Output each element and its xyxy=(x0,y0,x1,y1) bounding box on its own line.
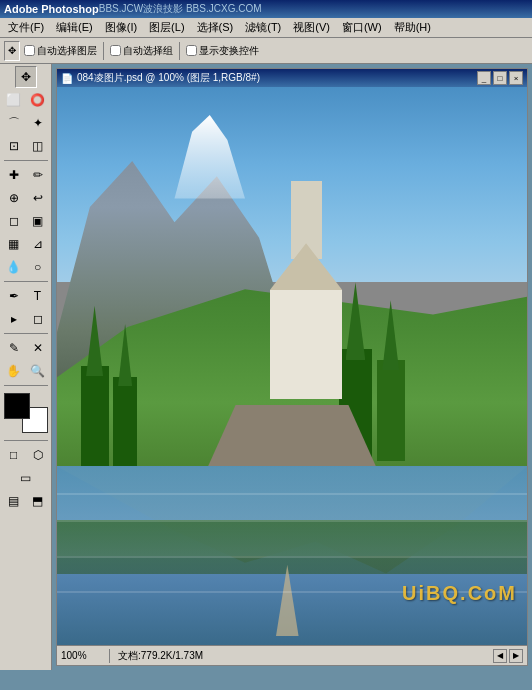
doc-maximize-btn[interactable]: □ xyxy=(493,71,507,85)
clone-tool[interactable]: ⊕ xyxy=(3,187,25,209)
menu-layer[interactable]: 图层(L) xyxy=(143,18,190,37)
prev-btn[interactable]: ◀ xyxy=(493,649,507,663)
tool-row-6: ⊕ ↩ xyxy=(3,187,49,209)
show-transform-group: 显示变换控件 xyxy=(186,44,259,58)
menu-view[interactable]: 视图(V) xyxy=(287,18,336,37)
doc-icon: 📄 xyxy=(61,73,73,84)
menu-filter[interactable]: 滤镜(T) xyxy=(239,18,287,37)
tree-4 xyxy=(377,360,405,460)
tree-1 xyxy=(81,366,109,466)
menu-help[interactable]: 帮助(H) xyxy=(388,18,437,37)
title-right-text: BBS.JCW波浪技影 BBS.JCXG.COM xyxy=(99,2,262,16)
document-window: 📄 084凌图片.psd @ 100% (图层 1,RGB/8#) _ □ × xyxy=(56,68,528,666)
toolbar: ✥ ⬜ ⭕ ⌒ ✦ ⊡ ◫ ✚ ✏ ⊕ ↩ ◻ ▣ ▦ ⊿ xyxy=(0,64,52,670)
doc-close-btn[interactable]: × xyxy=(509,71,523,85)
church-body xyxy=(270,290,342,399)
tool-row-mode: □ ⬡ xyxy=(3,444,49,466)
menu-image[interactable]: 图像(I) xyxy=(99,18,143,37)
tool-row-2: ⬜ ⭕ xyxy=(3,89,49,111)
brush-tool[interactable]: ✏ xyxy=(27,164,49,186)
magic-wand-tool[interactable]: ✦ xyxy=(27,112,49,134)
screen-mode-btn[interactable]: ▭ xyxy=(15,467,37,489)
main-area: ✥ ⬜ ⭕ ⌒ ✦ ⊡ ◫ ✚ ✏ ⊕ ↩ ◻ ▣ ▦ ⊿ xyxy=(0,64,532,670)
crop-tool[interactable]: ⊡ xyxy=(3,135,25,157)
path-select-tool[interactable]: ▸ xyxy=(3,308,25,330)
tool-row-11: ▸ ◻ xyxy=(3,308,49,330)
ripple-3 xyxy=(57,556,527,558)
ripple-1 xyxy=(57,493,527,495)
healing-tool[interactable]: ✚ xyxy=(3,164,25,186)
move-tool-btn[interactable]: ✥ xyxy=(4,41,20,61)
dodge-tool[interactable]: ○ xyxy=(27,256,49,278)
options-bar: ✥ 自动选择图层 自动选择组 显示变换控件 xyxy=(0,38,532,64)
paint-bucket-tool[interactable]: ⊿ xyxy=(27,233,49,255)
show-transform-checkbox[interactable] xyxy=(186,45,197,56)
tool-row-10: ✒ T xyxy=(3,285,49,307)
auto-select-group-label: 自动选择组 xyxy=(123,44,173,58)
quick-mask-btn[interactable]: ⬡ xyxy=(27,444,49,466)
shape-tool[interactable]: ◻ xyxy=(27,308,49,330)
app-title: Adobe Photoshop xyxy=(4,3,99,15)
status-bar: 100% 文档:779.2K/1.73M ◀ ▶ xyxy=(57,645,527,665)
canvas-area: 📄 084凌图片.psd @ 100% (图层 1,RGB/8#) _ □ × xyxy=(52,64,532,670)
options-sep-1 xyxy=(103,42,104,60)
show-transform-label: 显示变换控件 xyxy=(199,44,259,58)
tool-row-1: ✥ xyxy=(15,66,37,88)
document-size: 文档:779.2K/1.73M xyxy=(118,649,485,663)
tool-row-8: ▦ ⊿ xyxy=(3,233,49,255)
doc-window-buttons: _ □ × xyxy=(477,71,523,85)
auto-select-layer-group: 自动选择图层 xyxy=(24,44,97,58)
status-nav-buttons: ◀ ▶ xyxy=(493,649,523,663)
options-sep-2 xyxy=(179,42,180,60)
menu-bar: 文件(F) 编辑(E) 图像(I) 图层(L) 选择(S) 滤镜(T) 视图(V… xyxy=(0,18,532,38)
auto-select-group-checkbox[interactable] xyxy=(110,45,121,56)
pen-tool[interactable]: ✒ xyxy=(3,285,25,307)
zoom-tool[interactable]: 🔍 xyxy=(27,360,49,382)
standard-mode-btn[interactable]: □ xyxy=(3,444,25,466)
gradient-tool[interactable]: ▦ xyxy=(3,233,25,255)
doc-minimize-btn[interactable]: _ xyxy=(477,71,491,85)
tool-sep-1 xyxy=(4,160,48,161)
bg-eraser-tool[interactable]: ▣ xyxy=(27,210,49,232)
tool-row-3: ⌒ ✦ xyxy=(3,112,49,134)
grass-reflection xyxy=(57,520,527,574)
notes-tool[interactable]: ✎ xyxy=(3,337,25,359)
title-bar: Adobe Photoshop BBS.JCW波浪技影 BBS.JCXG.COM xyxy=(0,0,532,18)
slice-tool[interactable]: ◫ xyxy=(27,135,49,157)
imagready-btn[interactable]: ▤ xyxy=(3,490,25,512)
foreground-color-swatch[interactable] xyxy=(4,393,30,419)
photo-image: UiBQ.CoM xyxy=(57,87,527,645)
tool-row-12: ✎ ✕ xyxy=(3,337,49,359)
jump-btn[interactable]: ⬒ xyxy=(27,490,49,512)
tool-row-screen: ▭ xyxy=(15,467,37,489)
auto-select-layer-checkbox[interactable] xyxy=(24,45,35,56)
rect-marquee-tool[interactable]: ⬜ xyxy=(3,89,25,111)
tool-sep-5 xyxy=(4,440,48,441)
tool-row-5: ✚ ✏ xyxy=(3,164,49,186)
image-canvas: UiBQ.CoM xyxy=(57,87,527,645)
document-titlebar[interactable]: 📄 084凌图片.psd @ 100% (图层 1,RGB/8#) _ □ × xyxy=(57,69,527,87)
menu-window[interactable]: 窗口(W) xyxy=(336,18,388,37)
history-brush-tool[interactable]: ↩ xyxy=(27,187,49,209)
text-tool[interactable]: T xyxy=(27,285,49,307)
move-tool[interactable]: ✥ xyxy=(15,66,37,88)
tool-sep-4 xyxy=(4,385,48,386)
menu-edit[interactable]: 编辑(E) xyxy=(50,18,99,37)
tool-sep-2 xyxy=(4,281,48,282)
blur-tool[interactable]: 💧 xyxy=(3,256,25,278)
church-reflection xyxy=(269,565,307,636)
color-swatches[interactable] xyxy=(4,393,48,433)
tool-row-4: ⊡ ◫ xyxy=(3,135,49,157)
ellipse-marquee-tool[interactable]: ⭕ xyxy=(27,89,49,111)
next-btn[interactable]: ▶ xyxy=(509,649,523,663)
auto-select-group-group: 自动选择组 xyxy=(110,44,173,58)
menu-select[interactable]: 选择(S) xyxy=(191,18,240,37)
church-roof xyxy=(270,243,342,290)
hand-tool[interactable]: ✋ xyxy=(3,360,25,382)
eyedropper-tool[interactable]: ✕ xyxy=(27,337,49,359)
menu-file[interactable]: 文件(F) xyxy=(2,18,50,37)
water-reflection xyxy=(57,466,527,645)
eraser-tool[interactable]: ◻ xyxy=(3,210,25,232)
tool-sep-3 xyxy=(4,333,48,334)
lasso-tool[interactable]: ⌒ xyxy=(3,112,25,134)
